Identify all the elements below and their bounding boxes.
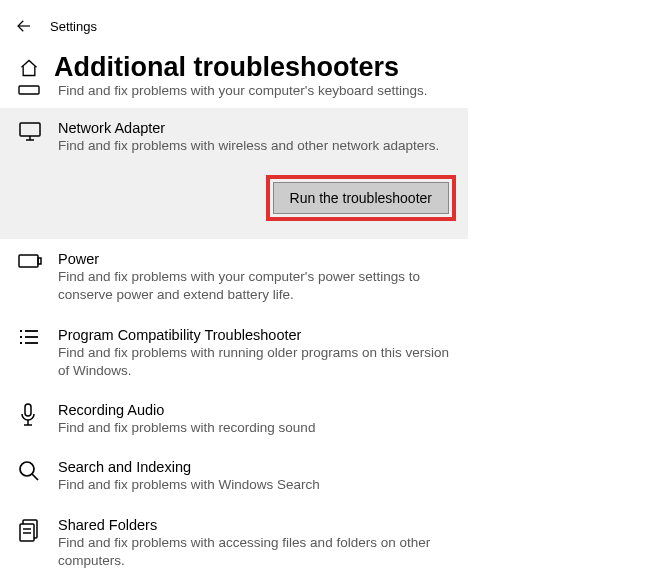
svg-rect-1 [19,86,39,94]
app-title: Settings [50,19,97,34]
item-label: Shared Folders [58,517,458,533]
item-desc: Find and fix problems with Windows Searc… [58,476,458,494]
item-desc: Find and fix problems with accessing fil… [58,534,458,570]
item-desc: Find and fix problems with your computer… [58,268,458,304]
run-troubleshooter-button[interactable]: Run the troubleshooter [273,182,449,214]
item-label: Program Compatibility Troubleshooter [58,327,458,343]
highlight-annotation: Run the troubleshooter [266,175,456,221]
troubleshooter-item-power[interactable]: Power Find and fix problems with your co… [0,239,468,314]
keyboard-icon [18,83,40,95]
troubleshooter-item-network-adapter[interactable]: Network Adapter Find and fix problems wi… [0,108,468,239]
monitor-icon [18,120,46,143]
item-desc: Find and fix problems with running older… [58,344,458,380]
troubleshooter-item-search-indexing[interactable]: Search and Indexing Find and fix problem… [0,447,468,504]
search-icon [18,459,46,482]
svg-rect-13 [25,404,31,416]
troubleshooter-item-program-compat[interactable]: Program Compatibility Troubleshooter Fin… [0,315,468,390]
svg-rect-6 [38,258,41,264]
folder-icon [18,517,46,542]
troubleshooter-item-recording-audio[interactable]: Recording Audio Find and fix problems wi… [0,390,468,447]
item-label: Recording Audio [58,402,458,418]
microphone-icon [18,402,46,429]
svg-rect-2 [20,123,40,136]
svg-point-16 [20,462,34,476]
back-button[interactable] [8,10,40,42]
power-icon [18,251,46,270]
troubleshooter-item-shared-folders[interactable]: Shared Folders Find and fix problems wit… [0,505,468,570]
home-icon[interactable] [18,57,40,79]
list-icon [18,327,46,346]
item-label: Network Adapter [58,120,458,136]
svg-rect-5 [19,255,38,267]
keyboard-item-desc: Find and fix problems with your computer… [58,83,428,98]
page-title: Additional troubleshooters [54,52,399,83]
item-desc: Find and fix problems with recording sou… [58,419,458,437]
svg-line-17 [32,474,38,480]
item-desc: Find and fix problems with wireless and … [58,137,458,155]
item-label: Search and Indexing [58,459,458,475]
item-label: Power [58,251,458,267]
